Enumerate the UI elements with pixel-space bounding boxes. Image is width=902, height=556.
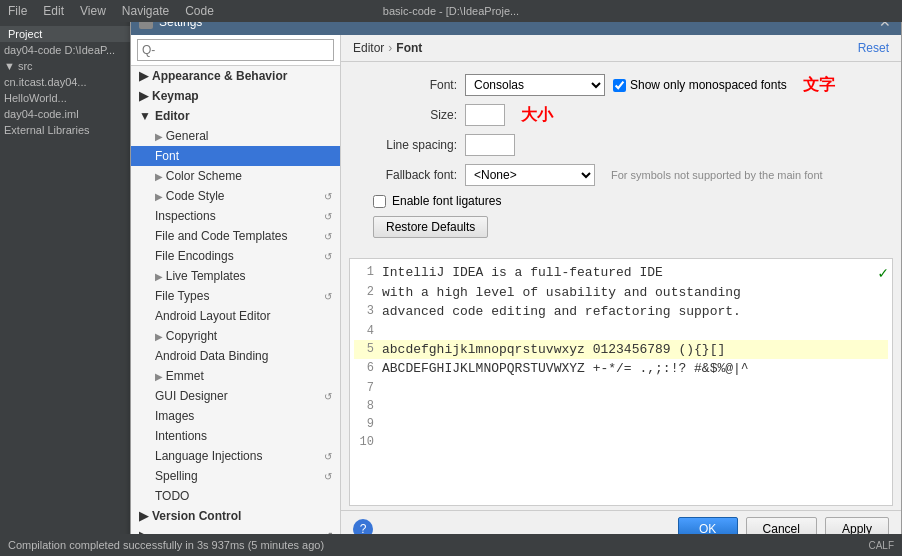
preview-line-10: 10 (354, 433, 888, 451)
ide-content: Settings ✕ (130, 22, 902, 534)
sidebar-item-file-encodings[interactable]: File Encodings ↺ (131, 246, 340, 266)
line-number-9: 9 (354, 415, 374, 433)
menu-navigate[interactable]: Navigate (122, 4, 169, 18)
ide-tree-item-0[interactable]: day04-code D:\IdeaP... (0, 42, 130, 58)
ok-button[interactable]: OK (678, 517, 738, 534)
ide-tree-item-1[interactable]: ▼ src (0, 58, 130, 74)
keymap-arrow-icon: ▶ (139, 89, 148, 103)
ide-tree-item-4[interactable]: day04-code.iml (0, 106, 130, 122)
preview-line-3: 3 advanced code editing and refactoring … (354, 302, 888, 322)
sidebar-item-font[interactable]: Font (131, 146, 340, 166)
cancel-button[interactable]: Cancel (746, 517, 817, 534)
sidebar-item-gui-label: GUI Designer (155, 389, 228, 403)
ide-tree-item-5[interactable]: External Libraries (0, 122, 130, 138)
sidebar-item-intentions[interactable]: Intentions (131, 426, 340, 446)
line-number-5: 5 (354, 340, 374, 360)
sidebar-item-color-scheme[interactable]: ▶ Color Scheme (131, 166, 340, 186)
search-input[interactable] (137, 39, 334, 61)
arrow-icon: ▶ (139, 69, 148, 83)
line-content-5: abcdefghijklmnopqrstuvwxyz 0123456789 ()… (382, 340, 725, 360)
sidebar-item-copyright[interactable]: ▶ Copyright (131, 326, 340, 346)
close-icon[interactable]: ✕ (877, 22, 893, 30)
sidebar-item-lang-injections[interactable]: Language Injections ↺ (131, 446, 340, 466)
sidebar-item-font-label: Font (155, 149, 179, 163)
file-types-reset-icon: ↺ (324, 291, 332, 302)
sidebar-item-todo[interactable]: TODO (131, 486, 340, 506)
font-select[interactable]: Consolas (465, 74, 605, 96)
sidebar-item-android-layout[interactable]: Android Layout Editor (131, 306, 340, 326)
status-right: CALF (868, 540, 894, 551)
preview-line-8: 8 (354, 397, 888, 415)
sidebar-item-plugins[interactable]: ▶ Version Control (131, 506, 340, 526)
size-row: Size: 16 大小 (357, 104, 885, 126)
sidebar-item-general[interactable]: ▶ General (131, 126, 340, 146)
breadcrumb-bar: Editor › Font Reset (341, 35, 901, 62)
ligatures-checkbox[interactable] (373, 195, 386, 208)
vc-reset-icon: ↺ (324, 531, 332, 535)
menu-code[interactable]: Code (185, 4, 214, 18)
sidebar-item-intentions-label: Intentions (155, 429, 207, 443)
preview-line-2: 2 with a high level of usability and out… (354, 283, 888, 303)
dialog-body: ▶ Appearance & Behavior ▶ Keymap ▼ (131, 35, 901, 534)
sidebar-item-android-binding[interactable]: Android Data Binding (131, 346, 340, 366)
menu-file[interactable]: File (8, 4, 27, 18)
sidebar-item-editor-group[interactable]: ▼ Editor (131, 106, 340, 126)
file-code-reset-icon: ↺ (324, 231, 332, 242)
lang-reset-icon: ↺ (324, 451, 332, 462)
sidebar-item-images-label: Images (155, 409, 194, 423)
fallback-hint: For symbols not supported by the main fo… (611, 169, 823, 181)
gui-reset-icon: ↺ (324, 391, 332, 402)
preview-line-9: 9 (354, 415, 888, 433)
sidebar-item-code-style[interactable]: ▶ Code Style ↺ (131, 186, 340, 206)
sidebar-item-images[interactable]: Images (131, 406, 340, 426)
line-number-10: 10 (354, 433, 374, 451)
sidebar-item-live-templates[interactable]: ▶ Live Templates (131, 266, 340, 286)
sidebar-item-inspections[interactable]: Inspections ↺ (131, 206, 340, 226)
size-input[interactable]: 16 (465, 104, 505, 126)
menu-view[interactable]: View (80, 4, 106, 18)
sidebar-item-gui-designer[interactable]: GUI Designer ↺ (131, 386, 340, 406)
sidebar-item-inspections-label: Inspections (155, 209, 216, 223)
sidebar-item-file-types[interactable]: File Types ↺ (131, 286, 340, 306)
fallback-font-select[interactable]: <None> (465, 164, 595, 186)
sidebar-item-emmet[interactable]: ▶ Emmet (131, 366, 340, 386)
sidebar-item-file-code-label: File and Code Templates (155, 229, 288, 243)
show-mono-checkbox[interactable] (613, 79, 626, 92)
help-button[interactable]: ? (353, 519, 373, 534)
dialog-title: Settings (159, 22, 202, 29)
sidebar-item-android-layout-label: Android Layout Editor (155, 309, 270, 323)
ide-tree-item-3[interactable]: HelloWorld... (0, 90, 130, 106)
preview-line-5: 5 abcdefghijklmnopqrstuvwxyz 0123456789 … (354, 340, 888, 360)
sidebar-item-spelling-label: Spelling (155, 469, 198, 483)
line-spacing-input[interactable]: 1.0 (465, 134, 515, 156)
ide-project-panel[interactable]: Project (0, 26, 130, 42)
line-number-7: 7 (354, 379, 374, 397)
line-content-1: IntelliJ IDEA is a full-featured IDE (382, 263, 663, 283)
apply-button[interactable]: Apply (825, 517, 889, 534)
plugins-arrow-icon: ▶ (139, 509, 148, 523)
restore-defaults-row: Restore Defaults (373, 216, 885, 238)
sidebar-item-spelling[interactable]: Spelling ↺ (131, 466, 340, 486)
sidebar-item-version-control[interactable]: ▶ ↺ (131, 526, 340, 534)
preview-line-6: 6 ABCDEFGHIJKLMNOPQRSTUVWXYZ +-*/= .,;:!… (354, 359, 888, 379)
line-number-6: 6 (354, 359, 374, 379)
sidebar-item-keymap[interactable]: ▶ Keymap (131, 86, 340, 106)
reset-button[interactable]: Reset (858, 41, 889, 55)
ide-tree-item-2[interactable]: cn.itcast.day04... (0, 74, 130, 90)
sidebar-item-live-label: ▶ Live Templates (155, 269, 246, 283)
status-bar: Compilation completed successfully in 3s… (0, 534, 902, 556)
menu-edit[interactable]: Edit (43, 4, 64, 18)
sidebar-item-lang-label: Language Injections (155, 449, 262, 463)
font-row: Font: Consolas Show only monospaced font… (357, 74, 885, 96)
sidebar-item-general-label: ▶ General (155, 129, 208, 143)
sidebar-item-file-code-templates[interactable]: File and Code Templates ↺ (131, 226, 340, 246)
restore-defaults-button[interactable]: Restore Defaults (373, 216, 488, 238)
sidebar-item-appearance[interactable]: ▶ Appearance & Behavior (131, 66, 340, 86)
sidebar-item-copyright-label: ▶ Copyright (155, 329, 217, 343)
file-enc-reset-icon: ↺ (324, 251, 332, 262)
line-spacing-label: Line spacing: (357, 138, 457, 152)
line-number-4: 4 (354, 322, 374, 340)
sidebar-item-todo-label: TODO (155, 489, 189, 503)
line-content-3: advanced code editing and refactoring su… (382, 302, 741, 322)
breadcrumb-parent: Editor (353, 41, 384, 55)
